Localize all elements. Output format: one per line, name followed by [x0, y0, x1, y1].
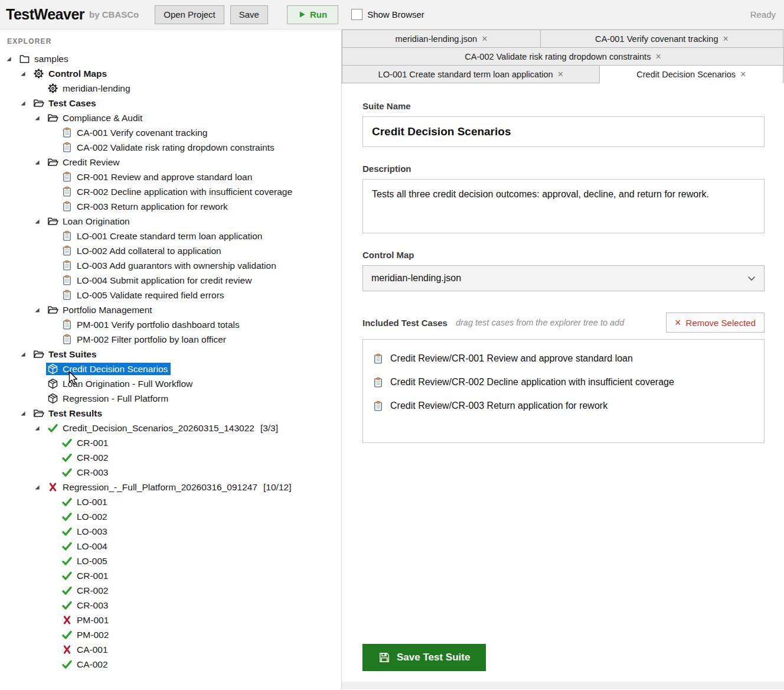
tree-item[interactable]: LO-002 Add collateral to application — [0, 243, 341, 258]
tab-close-icon[interactable]: × — [723, 34, 729, 44]
tree-item[interactable]: Control Maps — [0, 66, 341, 81]
tree-expander-icon[interactable] — [34, 115, 46, 121]
tab-close-icon[interactable]: × — [482, 34, 487, 44]
tree-item[interactable]: LO-005 — [0, 554, 341, 568]
tree-item[interactable]: Credit Decision Scenarios — [0, 362, 341, 376]
tree-item[interactable]: PM-002 — [0, 627, 341, 642]
tree-expander-icon[interactable] — [20, 411, 32, 416]
tree-item[interactable]: LO-001 Create standard term loan applica… — [0, 229, 341, 243]
tree-item[interactable]: LO-002 — [0, 509, 341, 524]
tree-expander-icon[interactable] — [20, 351, 32, 357]
tree-item[interactable]: CA-002 — [0, 657, 341, 672]
tree-item[interactable]: CR-001 — [0, 435, 341, 450]
main-split: EXPLORER samplesControl Mapsmeridian-len… — [0, 30, 784, 689]
tree-item[interactable]: Compliance & Audit — [0, 110, 341, 125]
save-test-suite-button[interactable]: Save Test Suite — [362, 644, 486, 671]
editor-tab[interactable]: Credit Decision Scenarios× — [599, 65, 783, 83]
tree-item[interactable]: CA-001 — [0, 642, 341, 657]
tree-item[interactable]: Credit_Decision_Scenarios_20260315_14302… — [0, 421, 341, 435]
tree-item[interactable]: Loan Origination — [0, 214, 341, 229]
tree-item[interactable]: Portfolio Management — [0, 302, 341, 317]
tree-item[interactable]: CR-003 — [0, 465, 341, 480]
tree-item-label: CR-002 — [77, 453, 108, 463]
tree-item-label: CR-002 — [77, 585, 108, 596]
tree-expander-icon[interactable] — [34, 425, 46, 431]
editor-tab[interactable]: LO-001 Create standard term loan applica… — [342, 65, 600, 83]
tree-item-label: CR-003 — [77, 600, 108, 611]
tree-item[interactable]: Test Suites — [0, 347, 341, 362]
tree-item[interactable]: CR-002 — [0, 583, 341, 598]
tree-expander-icon[interactable] — [6, 56, 18, 62]
tree-item[interactable]: CR-003 Return application for rework — [0, 199, 341, 214]
tree-item[interactable]: Regression_-_Full_Platform_20260316_0912… — [0, 480, 341, 494]
tree-item[interactable]: Credit Review — [0, 155, 341, 170]
tree-item[interactable]: LO-003 — [0, 524, 341, 539]
show-browser-checkbox-group[interactable]: Show Browser — [351, 9, 424, 20]
included-case-item[interactable]: Credit Review/CR-002 Decline application… — [363, 370, 764, 394]
tree-item[interactable]: CA-002 Validate risk rating dropdown con… — [0, 140, 341, 155]
tree-expander-icon[interactable] — [20, 100, 32, 106]
tree-item[interactable]: PM-001 Verify portfolio dashboard totals — [0, 317, 341, 332]
save-button[interactable]: Save — [230, 5, 268, 24]
tree-item[interactable]: LO-004 — [0, 539, 341, 554]
pass-check-icon — [61, 570, 73, 581]
tree-item[interactable]: samples — [0, 51, 341, 66]
test-case-icon — [61, 275, 73, 286]
test-case-icon — [61, 127, 73, 138]
tree-item[interactable]: CR-002 — [0, 450, 341, 465]
tree-item[interactable]: Test Results — [0, 406, 341, 421]
included-case-item[interactable]: Credit Review/CR-003 Return application … — [363, 394, 764, 418]
pass-check-icon — [61, 511, 73, 522]
show-browser-checkbox[interactable] — [351, 9, 362, 20]
included-cases-list[interactable]: Credit Review/CR-001 Review and approve … — [362, 339, 765, 443]
tree-item[interactable]: meridian-lending — [0, 81, 341, 96]
tree-item-label: Test Cases — [48, 98, 96, 109]
tree-item[interactable]: LO-004 Submit application for credit rev… — [0, 273, 341, 288]
test-case-icon — [373, 353, 384, 364]
editor-tab[interactable]: CA-002 Validate risk rating dropdown con… — [342, 47, 784, 66]
test-case-icon — [61, 201, 73, 212]
tree-expander-icon[interactable] — [34, 160, 46, 165]
remove-selected-button[interactable]: × Remove Selected — [666, 313, 765, 333]
editor-tab[interactable]: meridian-lending.json× — [342, 30, 541, 48]
description-textarea[interactable] — [362, 179, 765, 233]
tree-item[interactable]: CR-002 Decline application with insuffic… — [0, 184, 341, 199]
tree-expander-icon[interactable] — [34, 484, 46, 490]
tree-item[interactable]: Loan Origination - Full Workflow — [0, 376, 341, 391]
tree-expander-icon[interactable] — [20, 71, 32, 77]
tab-strip: meridian-lending.json×CA-001 Verify cove… — [342, 30, 784, 83]
tab-label: Credit Decision Scenarios — [636, 70, 736, 79]
tab-close-icon[interactable]: × — [558, 70, 563, 79]
tree-expander-icon[interactable] — [34, 219, 46, 224]
editor-tab[interactable]: CA-001 Verify covenant tracking× — [540, 30, 783, 48]
tree-item[interactable]: LO-003 Add guarantors with ownership val… — [0, 258, 341, 273]
suite-name-input[interactable] — [362, 116, 765, 147]
included-case-item[interactable]: Credit Review/CR-001 Review and approve … — [363, 347, 764, 370]
tree-item[interactable]: CR-003 — [0, 598, 341, 613]
tree-item-label: LO-003 Add guarantors with ownership val… — [77, 261, 276, 271]
open-project-button[interactable]: Open Project — [155, 5, 224, 24]
pass-check-icon — [61, 437, 73, 448]
tree-item-label: LO-003 — [77, 526, 107, 537]
pass-check-icon — [47, 422, 58, 434]
tree-item[interactable]: PM-002 Filter portfolio by loan officer — [0, 332, 341, 347]
tab-close-icon[interactable]: × — [740, 70, 746, 79]
tree-item-label: LO-004 Submit application for credit rev… — [77, 275, 251, 286]
tree-item-label: CR-001 — [77, 438, 108, 448]
tree-item[interactable]: LO-001 — [0, 494, 341, 509]
control-map-select[interactable]: meridian-lending.json — [362, 265, 765, 291]
tree-item[interactable]: LO-005 Validate required field errors — [0, 288, 341, 302]
tree-item[interactable]: CR-001 — [0, 568, 341, 583]
tree-item[interactable]: CR-001 Review and approve standard loan — [0, 170, 341, 184]
tree-expander-icon[interactable] — [34, 307, 46, 313]
tree-item[interactable]: Regression - Full Platform — [0, 391, 341, 406]
tree-item[interactable]: Test Cases — [0, 96, 341, 110]
tree-item[interactable]: PM-001 — [0, 613, 341, 627]
tab-label: LO-001 Create standard term loan applica… — [378, 70, 553, 79]
run-button[interactable]: Run — [287, 5, 338, 24]
tree-item-label: meridian-lending — [63, 83, 130, 94]
test-case-icon — [61, 230, 73, 242]
tab-close-icon[interactable]: × — [655, 52, 661, 61]
pass-check-icon — [61, 600, 73, 611]
tree-item[interactable]: CA-001 Verify covenant tracking — [0, 125, 341, 140]
